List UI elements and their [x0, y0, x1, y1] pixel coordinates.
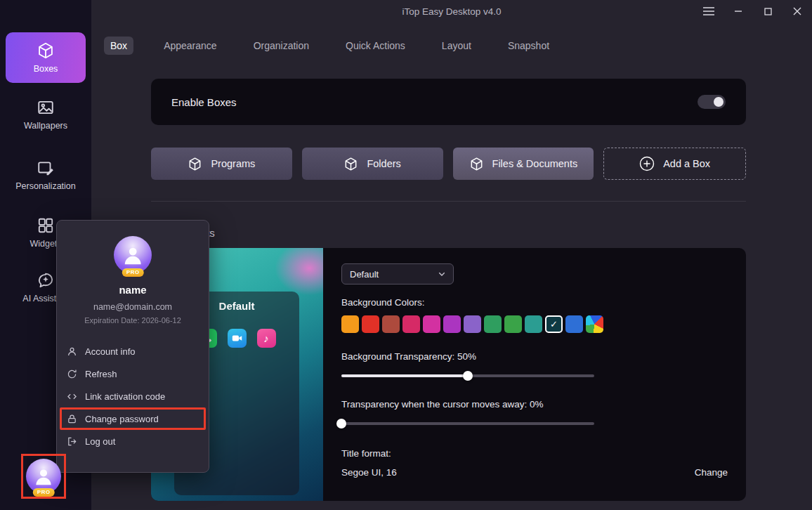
cursor-transparency-label: Transparency when the cursor moves away:…	[341, 399, 728, 410]
slider-knob[interactable]	[336, 419, 346, 429]
wallpapers-icon	[37, 98, 55, 117]
enable-boxes-toggle[interactable]	[698, 95, 726, 109]
maximize-button[interactable]	[753, 0, 782, 22]
menu-item-label: Refresh	[85, 369, 117, 379]
music-note-glyph: ♪	[263, 332, 269, 344]
sidebar-item-label: Boxes	[34, 64, 58, 74]
color-swatch[interactable]	[504, 315, 522, 333]
color-swatch[interactable]	[362, 315, 379, 333]
menu-button[interactable]	[694, 0, 723, 22]
preset-dropdown[interactable]: Default	[341, 263, 454, 285]
add-box-button[interactable]: Add a Box	[603, 148, 746, 180]
popup-avatar: PRO	[114, 236, 152, 274]
background-colors-label: Background Colors:	[341, 297, 728, 308]
close-icon	[793, 7, 801, 15]
color-swatch[interactable]	[443, 315, 461, 333]
code-icon	[67, 391, 77, 402]
logout-icon	[67, 436, 77, 447]
widgets-icon	[37, 216, 55, 235]
tab-appearance[interactable]: Appearance	[157, 37, 223, 55]
sidebar-item-boxes[interactable]: Boxes	[6, 32, 86, 83]
menu-item-label: Link activation code	[85, 391, 165, 402]
close-button[interactable]	[782, 0, 812, 22]
title-format-label: Title format:	[341, 448, 728, 459]
box-button-label: Programs	[211, 158, 255, 169]
sidebar-item-personalization[interactable]: Personalization	[6, 159, 86, 191]
account-name: name	[57, 284, 209, 296]
color-swatch[interactable]	[464, 315, 481, 333]
slider-track[interactable]	[341, 422, 594, 425]
color-swatch-selected[interactable]: ✓	[545, 315, 563, 333]
maximize-icon	[764, 8, 772, 15]
box-icon	[469, 157, 484, 171]
box-button-label: Files & Documents	[492, 158, 578, 169]
minimize-icon	[734, 7, 742, 15]
window-controls	[694, 0, 812, 22]
menu-item-account-info[interactable]: Account info	[57, 340, 209, 362]
minimize-button[interactable]	[723, 0, 753, 22]
toggle-knob	[714, 97, 723, 107]
presets-section-label: Presets	[179, 227, 746, 239]
account-popup: PRO name name@domain.com Expiration Date…	[56, 220, 209, 473]
color-swatch[interactable]	[402, 315, 420, 333]
account-avatar[interactable]: PRO	[26, 459, 61, 494]
menu-item-label: Log out	[85, 436, 115, 447]
enable-boxes-card: Enable Boxes	[151, 79, 746, 125]
menu-item-log-out[interactable]: Log out	[57, 430, 209, 452]
menu-item-link-activation-code[interactable]: Link activation code	[57, 385, 209, 407]
music-icon: ♪	[257, 329, 276, 348]
background-transparency-slider[interactable]	[341, 371, 594, 381]
pro-badge: PRO	[33, 488, 55, 497]
tab-bar: Box Appearance Organization Quick Action…	[104, 35, 556, 56]
color-swatch[interactable]	[382, 315, 400, 333]
change-title-format-button[interactable]: Change	[695, 467, 728, 478]
chevron-down-icon	[438, 272, 445, 277]
boxes-icon	[37, 41, 55, 60]
video-icon	[228, 329, 247, 348]
content-area: Enable Boxes Programs F	[151, 79, 746, 501]
tab-layout[interactable]: Layout	[436, 37, 478, 55]
sidebar-item-label: Wallpapers	[24, 121, 67, 131]
title-format-value: Segoe UI, 16	[341, 467, 397, 478]
refresh-icon	[67, 369, 77, 379]
ai-assistant-icon	[37, 271, 55, 289]
hamburger-icon	[703, 7, 714, 15]
color-swatch-custom[interactable]	[586, 315, 603, 333]
person-icon	[67, 346, 77, 357]
color-swatch[interactable]	[423, 315, 440, 333]
tab-box[interactable]: Box	[104, 37, 133, 55]
color-swatch[interactable]	[341, 315, 359, 333]
account-expiration: Expiration Date: 2026-06-12	[57, 316, 209, 325]
files-documents-box-button[interactable]: Files & Documents	[453, 148, 594, 180]
preset-settings-panel: Default Background Colors:	[323, 248, 746, 501]
color-swatch-row: ✓	[341, 315, 728, 333]
sidebar-item-wallpapers[interactable]: Wallpapers	[6, 98, 86, 131]
color-swatch[interactable]	[565, 315, 583, 333]
cursor-transparency-slider[interactable]	[341, 419, 594, 429]
programs-box-button[interactable]: Programs	[151, 148, 292, 180]
enable-boxes-label: Enable Boxes	[171, 96, 237, 108]
tab-quick-actions[interactable]: Quick Actions	[339, 37, 412, 55]
check-icon: ✓	[550, 319, 558, 329]
slider-fill	[341, 374, 468, 377]
color-swatch[interactable]	[525, 315, 542, 333]
background-transparency-label: Background Transparency: 50%	[341, 351, 728, 362]
person-silhouette-icon	[33, 466, 54, 488]
tab-snapshot[interactable]: Snapshot	[502, 37, 556, 55]
menu-item-refresh[interactable]: Refresh	[57, 362, 209, 385]
tab-organization[interactable]: Organization	[247, 37, 315, 55]
menu-item-change-password[interactable]: Change password	[60, 407, 206, 430]
add-box-label: Add a Box	[663, 158, 710, 169]
pro-badge: PRO	[122, 268, 144, 277]
account-avatar-highlight[interactable]: PRO	[21, 454, 66, 499]
titlebar: iTop Easy Desktop v4.0	[91, 0, 812, 22]
section-divider	[151, 201, 746, 202]
folders-box-button[interactable]: Folders	[302, 148, 443, 180]
slider-knob[interactable]	[463, 371, 473, 381]
account-menu: Account info Refresh Link activation cod…	[57, 340, 209, 452]
person-silhouette-icon	[122, 244, 144, 267]
color-swatch[interactable]	[484, 315, 502, 333]
preset-preview-card: Default	[151, 248, 746, 501]
title-format-row: Segoe UI, 16 Change	[341, 467, 728, 478]
box-button-label: Folders	[367, 158, 400, 169]
